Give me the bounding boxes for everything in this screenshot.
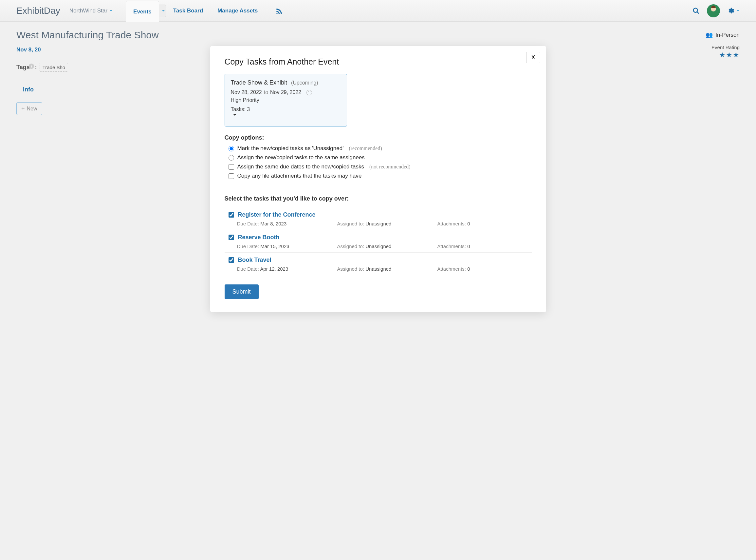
source-event-selector[interactable]: Trade Show & Exhibit (Upcoming) Nov 28, … [225,74,347,123]
source-event-name: Trade Show & Exhibit [231,79,287,86]
chevron-down-icon [233,114,237,121]
face-icon [307,90,312,95]
source-date-to: Nov 29, 2022 [270,89,301,95]
source-date-to-word: to [264,89,268,95]
close-button[interactable]: X [526,52,540,63]
copy-tasks-modal: X Copy Tasks from Another Event Trade Sh… [210,46,546,123]
modal-title: Copy Tasks from Another Event [225,57,532,66]
source-priority: High Priority [231,97,259,103]
source-event-status: (Upcoming) [291,80,318,86]
source-date-from: Nov 28, 2022 [231,89,262,95]
source-task-count: Tasks: 3 [231,106,341,113]
modal-backdrop: X Copy Tasks from Another Event Trade Sh… [0,0,756,123]
